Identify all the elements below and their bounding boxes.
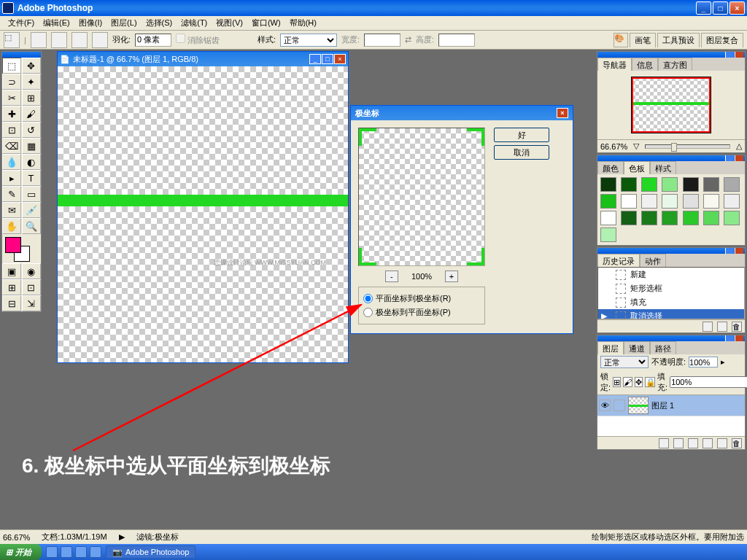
menu-edit[interactable]: 编辑(E) [39,16,74,30]
menu-layer[interactable]: 图层(L) [107,16,141,30]
delete-icon[interactable]: 🗑 [732,322,742,332]
delete-layer-icon[interactable]: 🗑 [732,438,742,448]
menu-select[interactable]: 选择(S) [142,16,177,30]
swatch-item[interactable] [600,211,616,225]
swatch-item[interactable] [621,211,637,225]
history-item[interactable]: 填充 [598,295,744,309]
visibility-icon[interactable]: 👁 [599,400,611,411]
menu-view[interactable]: 视图(V) [212,16,247,30]
hand-tool[interactable]: ✋ [2,218,21,234]
swatch-item[interactable] [600,194,616,209]
doc-maximize-button[interactable]: □ [322,54,333,64]
rect-to-polar-radio[interactable]: 平面坐标到极坐标(R) [363,292,480,306]
panel-minimize-icon[interactable] [725,335,734,341]
swatch-item[interactable] [683,177,699,192]
jump-to-imageready-icon[interactable]: ⇲ [22,295,41,311]
navigator-thumbnail[interactable] [631,77,711,133]
tab-paths[interactable]: 路径 [650,341,676,354]
eraser-tool[interactable]: ⌫ [2,138,21,154]
current-tool-icon[interactable]: ⬚ [4,32,20,48]
swatch-item[interactable] [662,194,678,209]
lasso-tool[interactable]: ⊃ [2,74,21,90]
eyedropper-tool[interactable]: 💉 [22,202,41,218]
blend-mode-select[interactable]: 正常 [600,356,649,368]
swatch-item[interactable] [724,194,740,209]
taskbar-app-button[interactable]: 📷 Adobe Photoshop [106,545,196,559]
swatch-item[interactable] [683,194,699,209]
swatch-item[interactable] [724,177,740,192]
panel-minimize-icon[interactable] [725,52,734,58]
swatch-item[interactable] [621,177,637,192]
dialog-titlebar[interactable]: 极坐标 × [351,106,573,120]
layer-set-icon[interactable] [688,438,698,448]
navigator-zoom[interactable]: 66.67% [600,142,627,151]
pen-tool[interactable]: ✎ [2,186,21,202]
new-selection-icon[interactable] [31,32,47,48]
menu-filter[interactable]: 滤镜(T) [177,16,212,30]
notes-tool[interactable]: ✉ [2,202,21,218]
quickmask-mode-icon[interactable]: ◉ [22,263,41,279]
panel-close-icon[interactable] [735,335,743,341]
tab-layers[interactable]: 图层 [597,341,624,354]
marquee-tool[interactable]: ⬚ [2,58,21,74]
lock-position-icon[interactable]: ✥ [635,377,643,387]
opacity-input[interactable] [689,357,718,368]
doc-close-button[interactable]: × [334,54,346,64]
cancel-button[interactable]: 取消 [494,145,549,160]
swatch-item[interactable] [600,177,616,192]
intersect-selection-icon[interactable] [92,32,108,48]
history-item[interactable]: ▶取消选择 [598,309,744,319]
screen-mode-1-icon[interactable]: ⊞ [2,279,21,295]
zoom-tool[interactable]: 🔍 [22,218,41,234]
swatch-item[interactable] [724,211,740,225]
fill-input[interactable] [670,376,747,388]
tab-styles[interactable]: 样式 [650,161,676,174]
status-zoom[interactable]: 66.67% [3,533,30,542]
move-tool[interactable]: ✥ [22,58,41,74]
link-icon[interactable] [614,400,625,411]
history-item[interactable]: 新建 [598,268,744,281]
style-select[interactable]: 正常 [280,34,337,47]
swatch-item[interactable] [641,194,657,209]
window-close-button[interactable]: × [729,1,745,15]
window-maximize-button[interactable]: □ [713,1,728,15]
swatch-item[interactable] [703,211,719,225]
screen-mode-2-icon[interactable]: ⊡ [22,279,41,295]
ok-button[interactable]: 好 [494,128,549,142]
crop-tool[interactable]: ✂ [2,90,21,106]
gradient-tool[interactable]: ▦ [22,138,41,154]
tab-channels[interactable]: 通道 [624,341,650,354]
tab-history[interactable]: 历史记录 [597,254,640,267]
swatch-item[interactable] [703,194,719,209]
swatch-item[interactable] [621,194,637,209]
color-swatches[interactable] [2,234,41,263]
toolbox-grip[interactable] [2,52,41,58]
path-select-tool[interactable]: ▸ [2,170,21,186]
menu-help[interactable]: 帮助(H) [285,16,321,30]
zoom-out-button[interactable]: - [385,271,398,282]
opacity-flyout-icon[interactable]: ▸ [721,357,725,367]
panel-close-icon[interactable] [735,52,743,58]
tab-color[interactable]: 颜色 [597,161,624,174]
status-flyout-icon[interactable]: ▶ [119,532,125,542]
new-snapshot-icon[interactable] [703,322,713,332]
screen-mode-3-icon[interactable]: ⊟ [2,295,21,311]
brush-tool[interactable]: 🖌 [22,106,41,122]
quicklaunch-icon[interactable] [90,546,101,558]
type-tool[interactable]: T [22,170,41,186]
history-item[interactable]: 矩形选框 [598,281,744,295]
polar-to-rect-radio[interactable]: 极坐标到平面坐标(P) [363,306,480,319]
layer-row[interactable]: 👁图层 1 [597,395,745,416]
wand-tool[interactable]: ✦ [22,74,41,90]
tab-histogram[interactable]: 直方图 [658,58,692,71]
swatch-item[interactable] [641,211,657,225]
slice-tool[interactable]: ⊞ [22,90,41,106]
layer-name[interactable]: 图层 1 [651,400,674,411]
tab-swatches[interactable]: 色板 [624,161,650,174]
shape-tool[interactable]: ▭ [22,186,41,202]
stamp-tool[interactable]: ⊡ [2,122,21,138]
quicklaunch-icon[interactable] [46,546,58,558]
layer-style-icon[interactable] [659,438,669,448]
nav-zoomout-icon[interactable]: ▽ [633,141,639,151]
swatch-item[interactable] [641,177,657,192]
